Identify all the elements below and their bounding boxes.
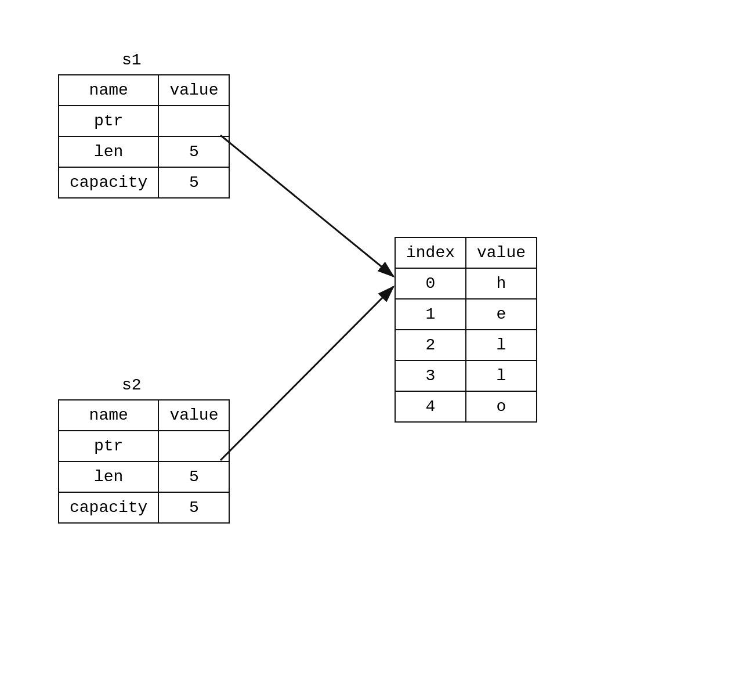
s2-ptr-name: ptr [59,431,158,461]
table-row: capacity 5 [59,167,229,198]
table-row: 0 h [395,268,537,299]
s1-capacity-name: capacity [59,167,158,198]
table-row: len 5 [59,136,229,167]
table-row: 3 l [395,360,537,391]
s1-len-value: 5 [158,136,229,167]
s1-table: name value ptr len 5 capacity 5 [58,74,230,199]
s2-header-name: name [59,400,158,431]
s1-header-name: name [59,75,158,106]
diagram: s1 name value ptr len 5 capacity 5 s2 na… [46,45,685,655]
arr-index-2: 2 [395,330,466,360]
s1-label: s1 [122,51,142,69]
s1-ptr-name: ptr [59,106,158,136]
arr-value-0: h [466,268,537,299]
table-row: 1 e [395,299,537,330]
arr-value-4: o [466,391,537,422]
s1-capacity-value: 5 [158,167,229,198]
s2-table: name value ptr len 5 capacity 5 [58,399,230,524]
table-row: name value [59,400,229,431]
arr-index-3: 3 [395,360,466,391]
arr-value-1: e [466,299,537,330]
s2-capacity-name: capacity [59,492,158,523]
s1-ptr-value [158,106,229,136]
s2-capacity-value: 5 [158,492,229,523]
arr-value-3: l [466,360,537,391]
table-row: ptr [59,431,229,461]
s2-len-value: 5 [158,461,229,492]
table-row: name value [59,75,229,106]
table-row: ptr [59,106,229,136]
array-table: index value 0 h 1 e 2 l 3 l 4 o [395,237,537,423]
s2-len-name: len [59,461,158,492]
table-row: 4 o [395,391,537,422]
table-row: capacity 5 [59,492,229,523]
arr-index-4: 4 [395,391,466,422]
s2-label: s2 [122,376,142,394]
s1-header-value: value [158,75,229,106]
arr-value-2: l [466,330,537,360]
table-row: 2 l [395,330,537,360]
arr-header-value: value [466,237,537,268]
table-row: len 5 [59,461,229,492]
s1-ptr-arrow [220,135,393,276]
arr-header-index: index [395,237,466,268]
arr-index-0: 0 [395,268,466,299]
arr-index-1: 1 [395,299,466,330]
s2-ptr-value [158,431,229,461]
s2-header-value: value [158,400,229,431]
table-row: index value [395,237,537,268]
s1-len-name: len [59,136,158,167]
s2-ptr-arrow [220,287,393,460]
